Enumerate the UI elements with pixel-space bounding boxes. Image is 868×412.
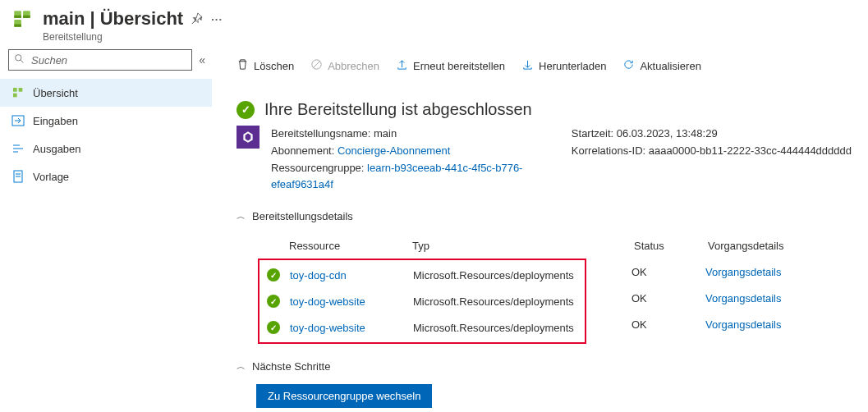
col-type: Typ [412, 240, 634, 252]
search-box[interactable] [8, 49, 192, 71]
table-row: toy-dog-website Microsoft.Resources/depl… [260, 288, 585, 314]
page-title: main | Übersicht [43, 8, 183, 30]
highlight-box: toy-dog-cdn Microsoft.Resources/deployme… [258, 259, 586, 344]
nav-label: Vorlage [33, 171, 69, 183]
search-input[interactable] [30, 53, 186, 67]
details-table: Ressource Typ Status Vorgangsdetails toy… [256, 232, 868, 344]
table-header: Ressource Typ Status Vorgangsdetails [256, 232, 847, 259]
more-icon[interactable]: ··· [211, 13, 223, 25]
resource-icon [11, 8, 33, 32]
collapse-sidebar-icon[interactable]: « [199, 53, 205, 66]
template-icon [11, 170, 25, 183]
goto-rg-button[interactable]: Zu Ressourcengruppe wechseln [256, 384, 432, 408]
search-icon [14, 53, 25, 66]
status-row: Ihre Bereitstellung ist abgeschlossen [237, 100, 868, 119]
nav-label: Übersicht [33, 87, 78, 99]
table-row: toy-dog-website Microsoft.Resources/depl… [260, 314, 585, 341]
status-cell: OK [631, 266, 705, 278]
svg-line-7 [21, 60, 23, 62]
svg-rect-10 [13, 94, 17, 98]
sidebar: « Übersicht Eingaben Ausgaben Vorlage [0, 46, 212, 412]
next-section-toggle[interactable]: ︿ Nächste Schritte [237, 360, 868, 373]
main-content: Löschen Abbrechen Erneut bereitstellen H… [212, 46, 868, 412]
resource-link[interactable]: toy-dog-cdn [290, 269, 413, 282]
start-label: Startzeit: [572, 127, 613, 140]
resource-link[interactable]: toy-dog-website [290, 295, 413, 308]
deployment-icon [237, 126, 259, 149]
cancel-button: Abbrechen [310, 58, 379, 73]
col-resource: Ressource [289, 240, 412, 252]
col-status: Status [634, 240, 708, 252]
deploy-name-value: main [374, 127, 397, 140]
nav-inputs[interactable]: Eingaben [0, 107, 212, 135]
inputs-icon [11, 114, 25, 127]
op-link[interactable]: Vorgangsdetails [705, 292, 829, 304]
svg-rect-9 [19, 88, 23, 92]
trash-icon [237, 58, 249, 73]
ok-icon [267, 268, 280, 282]
page-header: main | Übersicht ··· Bereitstellung [0, 0, 868, 46]
rg-label: Ressourcengruppe: [271, 162, 364, 174]
cubes-icon [11, 86, 25, 99]
corr-label: Korrelations-ID: [572, 144, 645, 157]
status-cell: OK [631, 318, 705, 331]
upload-icon [396, 58, 408, 73]
svg-point-6 [16, 55, 21, 61]
subscription-link[interactable]: Concierge-Abonnement [338, 144, 450, 157]
resource-link[interactable]: toy-dog-website [290, 322, 413, 334]
nav-outputs[interactable]: Ausgaben [0, 135, 212, 163]
corr-value: aaaa0000-bb11-2222-33cc-444444dddddd [649, 144, 852, 157]
page-subtitle: Bereitstellung [43, 31, 223, 43]
nav: Übersicht Eingaben Ausgaben Vorlage [0, 79, 212, 190]
nav-label: Eingaben [33, 115, 78, 127]
redeploy-button[interactable]: Erneut bereitstellen [396, 58, 505, 73]
delete-button[interactable]: Löschen [237, 58, 294, 73]
table-row: toy-dog-cdn Microsoft.Resources/deployme… [260, 262, 585, 288]
status-title: Ihre Bereitstellung ist abgeschlossen [264, 100, 532, 119]
op-link[interactable]: Vorgangsdetails [705, 266, 829, 278]
svg-rect-4 [23, 16, 30, 18]
nav-overview[interactable]: Übersicht [0, 79, 212, 107]
download-button[interactable]: Herunterladen [521, 58, 606, 73]
chevron-up-icon: ︿ [237, 360, 246, 373]
svg-line-19 [314, 62, 320, 68]
success-icon [237, 101, 255, 119]
info-row: Bereitstellungsname: main Abonnement: Co… [237, 126, 868, 194]
svg-rect-3 [14, 16, 21, 18]
status-cell: OK [631, 292, 705, 304]
chevron-up-icon: ︿ [237, 210, 246, 222]
start-value: 06.03.2023, 13:48:29 [617, 127, 718, 140]
op-link[interactable]: Vorgangsdetails [705, 318, 829, 331]
outputs-icon [11, 142, 25, 155]
nav-label: Ausgaben [33, 143, 81, 155]
subscription-label: Abonnement: [271, 144, 334, 157]
cancel-icon [310, 58, 323, 73]
col-op: Vorgangsdetails [708, 240, 831, 252]
details-section-toggle[interactable]: ︿ Bereitstellungsdetails [237, 210, 868, 222]
svg-rect-5 [14, 25, 21, 27]
refresh-button[interactable]: Aktualisieren [622, 58, 700, 73]
download-icon [521, 58, 534, 73]
refresh-icon [622, 58, 635, 73]
nav-template[interactable]: Vorlage [0, 163, 212, 190]
deploy-name-label: Bereitstellungsname: [271, 127, 370, 140]
svg-rect-8 [13, 88, 17, 92]
ok-icon [267, 295, 280, 308]
toolbar: Löschen Abbrechen Erneut bereitstellen H… [237, 46, 868, 82]
pin-icon[interactable] [191, 12, 203, 26]
ok-icon [267, 321, 280, 334]
